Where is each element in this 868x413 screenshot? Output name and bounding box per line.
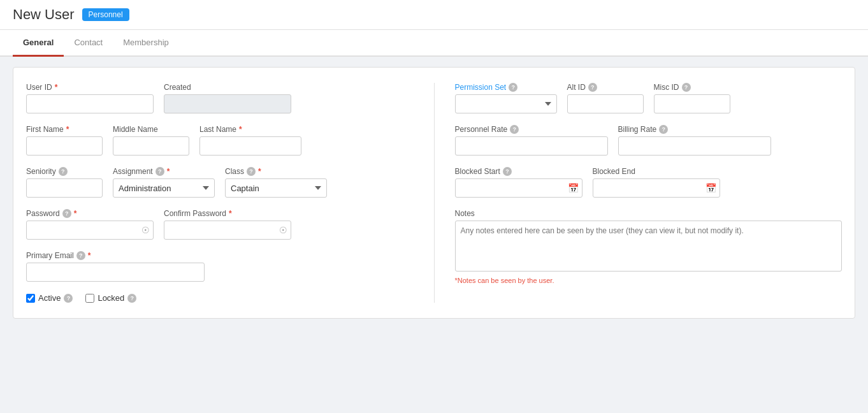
input-alt-id[interactable] — [567, 94, 644, 113]
help-billing-rate[interactable]: ? — [659, 125, 668, 134]
input-notes[interactable] — [455, 221, 843, 272]
blocked-end-wrapper: 📅 — [593, 178, 720, 198]
field-primary-email: Primary Email ? * — [26, 251, 205, 282]
help-seniority[interactable]: ? — [59, 167, 68, 176]
select-permission-set[interactable] — [455, 94, 557, 113]
tabs-bar: General Contact Membership — [0, 30, 868, 57]
required-last-name: * — [239, 125, 242, 134]
help-locked[interactable]: ? — [127, 294, 136, 303]
row-userid-created: User ID * Created — [26, 83, 414, 113]
help-active[interactable]: ? — [64, 294, 73, 303]
input-created — [164, 94, 291, 113]
field-billing-rate: Billing Rate ? — [618, 125, 771, 156]
select-class[interactable]: Captain First Officer Second Officer Fli… — [225, 178, 327, 198]
select-assignment[interactable]: Administration Operations Finance HR — [113, 178, 215, 198]
checkbox-active-item: Active ? — [26, 293, 73, 303]
input-billing-rate[interactable] — [618, 136, 771, 156]
help-alt-id[interactable]: ? — [588, 83, 597, 92]
toggle-password-icon[interactable]: ☉ — [141, 225, 150, 235]
field-middle-name: Middle Name — [113, 125, 189, 156]
input-first-name[interactable] — [26, 136, 103, 156]
label-active[interactable]: Active — [38, 293, 61, 303]
input-seniority[interactable] — [26, 178, 103, 198]
confirm-password-input-wrapper: ☉ — [164, 221, 291, 240]
field-class: Class ? * Captain First Officer Second O… — [225, 167, 327, 198]
page-header: New User Personnel — [0, 0, 868, 30]
input-confirm-password[interactable] — [164, 221, 291, 240]
field-permission-set: Permission Set ? — [455, 83, 557, 113]
field-confirm-password: Confirm Password * ☉ — [164, 209, 291, 240]
input-user-id[interactable] — [26, 94, 154, 113]
label-primary-email: Primary Email ? * — [26, 251, 205, 260]
input-password[interactable] — [26, 221, 154, 240]
input-blocked-end[interactable] — [593, 178, 720, 198]
field-first-name: First Name * — [26, 125, 103, 156]
label-class: Class ? * — [225, 167, 327, 176]
input-middle-name[interactable] — [113, 136, 189, 156]
help-personnel-rate[interactable]: ? — [510, 125, 519, 134]
calendar-start-icon[interactable]: 📅 — [568, 183, 579, 193]
field-blocked-end: Blocked End 📅 — [593, 167, 720, 198]
required-password: * — [74, 209, 77, 218]
blocked-start-wrapper: 📅 — [455, 178, 582, 198]
form-left: User ID * Created First Name — [26, 83, 414, 303]
row-seniority-assignment-class: Seniority ? Assignment ? * Administratio… — [26, 167, 414, 198]
input-personnel-rate[interactable] — [455, 136, 608, 156]
tab-membership[interactable]: Membership — [113, 30, 179, 57]
label-blocked-end: Blocked End — [593, 167, 720, 176]
field-personnel-rate: Personnel Rate ? — [455, 125, 608, 156]
tab-contact[interactable]: Contact — [64, 30, 113, 57]
row-names: First Name * Middle Name Last Name * — [26, 125, 414, 156]
tab-general[interactable]: General — [13, 30, 64, 57]
help-misc-id[interactable]: ? — [682, 83, 691, 92]
row-passwords: Password ? * ☉ Confirm Password * — [26, 209, 414, 240]
checkbox-locked[interactable] — [85, 294, 94, 303]
row-notes: Notes *Notes can be seen by the user. — [455, 209, 843, 284]
label-permission-set: Permission Set ? — [455, 83, 557, 92]
form-section: User ID * Created First Name — [26, 83, 842, 303]
row-permission-alt-misc: Permission Set ? Alt ID ? — [455, 83, 843, 113]
input-last-name[interactable] — [199, 136, 301, 156]
help-class[interactable]: ? — [247, 167, 256, 176]
password-input-wrapper: ☉ — [26, 221, 154, 240]
help-blocked-start[interactable]: ? — [503, 167, 512, 176]
label-middle-name: Middle Name — [113, 125, 189, 134]
row-rates: Personnel Rate ? Billing Rate ? — [455, 125, 843, 156]
checkbox-locked-item: Locked ? — [85, 293, 136, 303]
label-blocked-start: Blocked Start ? — [455, 167, 582, 176]
label-locked[interactable]: Locked — [98, 293, 124, 303]
label-notes: Notes — [455, 209, 843, 218]
content-area: User ID * Created First Name — [0, 57, 868, 329]
required-first-name: * — [66, 125, 69, 134]
personnel-badge: Personnel — [82, 8, 129, 21]
label-created: Created — [164, 83, 291, 92]
label-last-name: Last Name * — [199, 125, 301, 134]
help-assignment[interactable]: ? — [156, 167, 164, 176]
row-blocked-dates: Blocked Start ? 📅 Blocked End 📅 — [455, 167, 843, 198]
label-misc-id: Misc ID ? — [654, 83, 730, 92]
label-first-name: First Name * — [26, 125, 103, 134]
notes-hint: *Notes can be seen by the user. — [455, 277, 843, 284]
checkbox-active[interactable] — [26, 294, 35, 303]
toggle-confirm-password-icon[interactable]: ☉ — [279, 225, 287, 235]
field-created: Created — [164, 83, 291, 113]
field-alt-id: Alt ID ? — [567, 83, 644, 113]
label-confirm-password: Confirm Password * — [164, 209, 291, 218]
row-active-locked: Active ? Locked ? — [26, 293, 414, 303]
input-blocked-start[interactable] — [455, 178, 582, 198]
required-confirm-password: * — [229, 209, 232, 218]
field-blocked-start: Blocked Start ? 📅 — [455, 167, 582, 198]
calendar-end-icon[interactable]: 📅 — [705, 183, 716, 193]
label-password: Password ? * — [26, 209, 154, 218]
field-misc-id: Misc ID ? — [654, 83, 730, 113]
help-password[interactable]: ? — [62, 209, 71, 218]
required-class: * — [258, 167, 261, 176]
help-permission-set[interactable]: ? — [509, 83, 517, 92]
label-assignment: Assignment ? * — [113, 167, 215, 176]
field-seniority: Seniority ? — [26, 167, 103, 198]
label-alt-id: Alt ID ? — [567, 83, 644, 92]
input-misc-id[interactable] — [654, 94, 730, 113]
help-primary-email[interactable]: ? — [76, 251, 85, 260]
page-title: New User — [13, 6, 75, 23]
input-primary-email[interactable] — [26, 263, 205, 282]
